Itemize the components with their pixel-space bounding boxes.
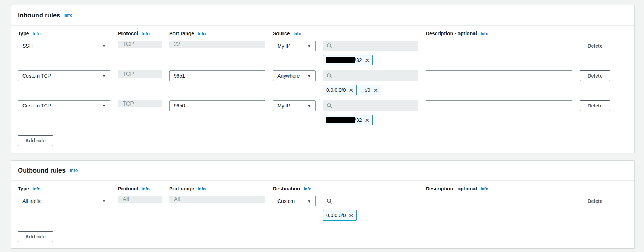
cidr-token: 0.0.0.0/0 ✕ — [323, 85, 357, 95]
destination-token-list: 0.0.0.0/0 ✕ — [323, 210, 418, 221]
remove-token-icon[interactable]: ✕ — [365, 58, 369, 63]
port-range-field: All — [169, 196, 265, 203]
protocol-field: TCP — [118, 70, 162, 78]
outbound-column-labels: Type Info Protocol Info Port range Info … — [18, 184, 628, 191]
inbound-rules-header: Inbound rules Info — [11, 5, 634, 26]
source-search-input — [323, 100, 418, 111]
description-input[interactable] — [426, 70, 572, 81]
delete-rule-button[interactable]: Delete — [580, 70, 610, 81]
delete-rule-button[interactable]: Delete — [580, 41, 610, 51]
search-icon — [327, 198, 332, 204]
type-select[interactable]: All traffic ▼ — [18, 196, 110, 206]
inbound-rule-row: Custom TCP ▼ TCP Anywhere ▼ Delete — [18, 70, 628, 95]
inbound-rules-info-link[interactable]: Info — [64, 13, 72, 18]
cidr-token: ::/0 ✕ — [360, 85, 381, 95]
type-info-link[interactable]: Info — [33, 31, 41, 36]
port-range-input[interactable] — [169, 70, 265, 81]
chevron-down-icon: ▼ — [307, 44, 311, 48]
destination-search-input[interactable] — [323, 196, 418, 206]
chevron-down-icon: ▼ — [102, 74, 106, 78]
delete-rule-button[interactable]: Delete — [580, 100, 610, 111]
protocol-field: TCP — [118, 41, 162, 48]
cidr-token: /32 ✕ — [323, 115, 373, 125]
inbound-column-labels: Type Info Protocol Info Port range Info … — [18, 28, 628, 36]
chevron-down-icon: ▼ — [307, 74, 311, 78]
description-input[interactable] — [426, 196, 572, 206]
add-rule-button[interactable]: Add rule — [18, 135, 53, 146]
inbound-rules-card: Inbound rules Info Type Info Protocol In… — [11, 5, 635, 153]
port-range-column-label: Port range Info — [169, 31, 265, 36]
type-info-link[interactable]: Info — [33, 187, 41, 191]
type-select[interactable]: Custom TCP ▼ — [18, 70, 110, 81]
destination-column-label: Destination Info — [273, 186, 418, 191]
source-token-list: 0.0.0.0/0 ✕ ::/0 ✕ — [323, 85, 418, 95]
port-range-column-label: Port range Info — [169, 186, 265, 191]
source-type-select[interactable]: My IP ▼ — [273, 100, 316, 111]
description-info-link[interactable]: Info — [481, 31, 488, 36]
source-search-input — [323, 41, 418, 51]
protocol-column-label: Protocol Info — [118, 31, 162, 36]
chevron-down-icon: ▼ — [102, 44, 106, 48]
chevron-down-icon: ▼ — [102, 199, 106, 203]
outbound-rules-body: Type Info Protocol Info Port range Info … — [11, 184, 634, 242]
source-info-link[interactable]: Info — [293, 31, 301, 36]
description-column-label: Description - optional Info — [426, 186, 572, 191]
source-type-select[interactable]: My IP ▼ — [273, 41, 316, 51]
cidr-token: /32 ✕ — [323, 55, 373, 65]
remove-token-icon[interactable]: ✕ — [365, 117, 369, 123]
port-range-field: 22 — [169, 41, 265, 48]
search-icon — [327, 43, 332, 49]
remove-token-icon[interactable]: ✕ — [374, 88, 378, 93]
description-input[interactable] — [426, 41, 572, 51]
description-input[interactable] — [426, 100, 572, 111]
source-search-input — [323, 70, 418, 81]
outbound-rules-title: Outbound rules — [18, 167, 66, 174]
description-info-link[interactable]: Info — [481, 187, 488, 191]
inbound-rules-title: Inbound rules — [18, 12, 60, 19]
source-token-list: /32 ✕ — [323, 115, 418, 125]
chevron-down-icon: ▼ — [307, 199, 311, 203]
delete-rule-button[interactable]: Delete — [580, 196, 610, 206]
outbound-rules-card: Outbound rules Info Type Info Protocol I… — [11, 160, 635, 248]
search-icon — [327, 103, 332, 109]
protocol-info-link[interactable]: Info — [142, 31, 150, 36]
add-rule-button[interactable]: Add rule — [18, 231, 53, 242]
inbound-rules-body: Type Info Protocol Info Port range Info … — [11, 28, 634, 146]
remove-token-icon[interactable]: ✕ — [349, 213, 354, 218]
outbound-rules-header: Outbound rules Info — [11, 161, 634, 181]
inbound-rule-row: SSH ▼ TCP 22 My IP ▼ Delete — [18, 41, 628, 65]
chevron-down-icon: ▼ — [102, 104, 106, 108]
protocol-info-link[interactable]: Info — [142, 187, 150, 191]
type-select[interactable]: Custom TCP ▼ — [18, 100, 110, 111]
chevron-down-icon: ▼ — [307, 104, 311, 108]
inbound-rule-row: Custom TCP ▼ TCP My IP ▼ Delete — [18, 100, 628, 125]
source-token-list: /32 ✕ — [323, 55, 418, 65]
protocol-field: All — [118, 196, 162, 203]
port-range-info-link[interactable]: Info — [198, 187, 206, 191]
outbound-rule-row: All traffic ▼ All All Custom ▼ Delete — [18, 196, 628, 221]
search-icon — [327, 73, 332, 79]
port-range-info-link[interactable]: Info — [198, 31, 206, 36]
destination-info-link[interactable]: Info — [303, 187, 311, 191]
remove-token-icon[interactable]: ✕ — [349, 88, 354, 93]
redacted-ip — [326, 117, 355, 123]
redacted-ip — [326, 57, 355, 63]
source-column-label: Source Info — [273, 31, 418, 36]
type-column-label: Type Info — [18, 186, 110, 191]
port-range-input[interactable] — [169, 100, 265, 111]
destination-type-select[interactable]: Custom ▼ — [273, 196, 316, 206]
cidr-token: 0.0.0.0/0 ✕ — [323, 210, 357, 221]
type-select[interactable]: SSH ▼ — [18, 41, 110, 51]
source-type-select[interactable]: Anywhere ▼ — [273, 70, 316, 81]
outbound-rules-info-link[interactable]: Info — [70, 168, 78, 173]
protocol-field: TCP — [118, 100, 162, 107]
protocol-column-label: Protocol Info — [118, 186, 162, 191]
description-column-label: Description - optional Info — [426, 31, 572, 36]
type-column-label: Type Info — [18, 31, 110, 36]
security-group-rules-page: Inbound rules Info Type Info Protocol In… — [0, 0, 644, 248]
